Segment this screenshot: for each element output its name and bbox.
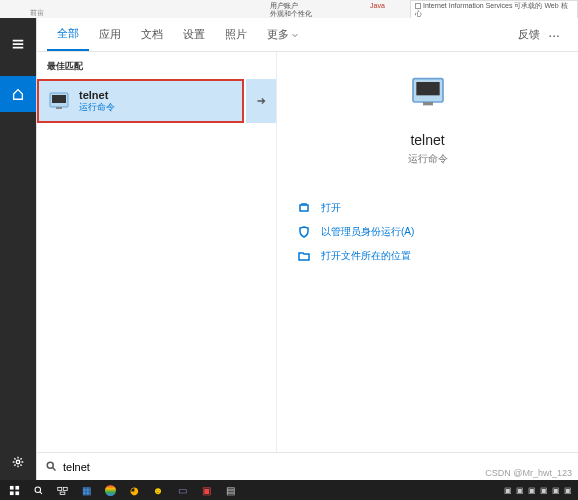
result-subtitle: 运行命令 [79, 101, 115, 114]
hamburger-icon[interactable] [0, 26, 36, 62]
preview-column: telnet 运行命令 打开 以管理员身份运行(A) 打开文件所在的位置 [277, 52, 578, 452]
svg-rect-2 [52, 95, 66, 103]
svg-rect-3 [56, 107, 62, 109]
folder-icon [297, 249, 311, 263]
svg-rect-11 [9, 491, 13, 495]
preview-block: telnet 运行命令 [287, 72, 568, 166]
svg-point-8 [47, 462, 53, 468]
svg-point-13 [35, 487, 41, 493]
actions-list: 打开 以管理员身份运行(A) 打开文件所在的位置 [287, 196, 568, 268]
tray-icon[interactable]: ▣ [552, 486, 560, 495]
preview-subtitle: 运行命令 [408, 152, 448, 166]
taskbar-app[interactable]: ▦ [74, 480, 98, 500]
taskbar-app[interactable]: ☻ [146, 480, 170, 500]
open-icon [297, 201, 311, 215]
preview-title: telnet [410, 132, 444, 148]
svg-rect-5 [416, 82, 439, 95]
tray-icon[interactable]: ▣ [540, 486, 548, 495]
console-icon [408, 72, 448, 112]
section-header: 最佳匹配 [37, 52, 276, 79]
tray-icon[interactable]: ▣ [516, 486, 524, 495]
search-panel: 全部 应用 文档 设置 照片 更多 反馈 ··· 最佳匹配 telnet [36, 18, 578, 480]
svg-rect-14 [57, 487, 61, 490]
start-sidebar [0, 18, 36, 480]
taskbar: ▦ ◕ ☻ ▭ ▣ ▤ ▣ ▣ ▣ ▣ ▣ ▣ [0, 480, 578, 500]
svg-rect-7 [300, 205, 308, 211]
svg-rect-6 [423, 102, 433, 105]
chevron-down-icon [291, 29, 299, 41]
tab-photos[interactable]: 照片 [215, 18, 257, 51]
result-title: telnet [79, 89, 115, 101]
system-tray[interactable]: ▣ ▣ ▣ ▣ ▣ ▣ [504, 486, 576, 495]
tab-docs[interactable]: 文档 [131, 18, 173, 51]
taskbar-app[interactable]: ▭ [170, 480, 194, 500]
search-icon [45, 458, 63, 476]
java-icon-label: Java [370, 2, 385, 9]
svg-rect-16 [60, 492, 65, 494]
svg-rect-12 [15, 491, 19, 495]
action-open[interactable]: 打开 [297, 196, 568, 220]
task-view-icon[interactable] [50, 480, 74, 500]
taskbar-app[interactable]: ▤ [218, 480, 242, 500]
action-run-admin[interactable]: 以管理员身份运行(A) [297, 220, 568, 244]
tray-icon[interactable]: ▣ [528, 486, 536, 495]
content-area: 最佳匹配 telnet 运行命令 [37, 52, 578, 452]
bg-text: 用户账户 外观和个性化 [270, 2, 312, 18]
tray-icon[interactable]: ▣ [504, 486, 512, 495]
shield-icon [297, 225, 311, 239]
expand-arrow[interactable] [246, 79, 276, 123]
taskbar-search-icon[interactable] [26, 480, 50, 500]
taskbar-app[interactable] [98, 480, 122, 500]
home-icon[interactable] [0, 76, 36, 112]
tab-all[interactable]: 全部 [47, 18, 89, 51]
start-button[interactable] [2, 480, 26, 500]
more-dots[interactable]: ··· [540, 27, 568, 43]
svg-point-0 [16, 460, 20, 464]
console-icon [47, 89, 71, 113]
gear-icon[interactable] [0, 444, 36, 480]
taskbar-app[interactable]: ◕ [122, 480, 146, 500]
action-open-location[interactable]: 打开文件所在的位置 [297, 244, 568, 268]
tab-more[interactable]: 更多 [257, 18, 309, 51]
taskbar-app[interactable]: ▣ [194, 480, 218, 500]
svg-rect-15 [63, 487, 67, 490]
tab-settings[interactable]: 设置 [173, 18, 215, 51]
bg-text: 前亩 [30, 8, 44, 18]
tab-apps[interactable]: 应用 [89, 18, 131, 51]
result-telnet[interactable]: telnet 运行命令 [37, 79, 244, 123]
svg-rect-10 [15, 485, 19, 489]
results-column: 最佳匹配 telnet 运行命令 [37, 52, 277, 452]
svg-rect-9 [9, 485, 13, 489]
background-desktop: 前亩 用户账户 外观和个性化 Java Internet Information… [0, 0, 578, 18]
feedback-link[interactable]: 反馈 [518, 27, 540, 42]
best-match-row: telnet 运行命令 [37, 79, 276, 123]
tray-icon[interactable]: ▣ [564, 486, 572, 495]
watermark: CSDN @Mr_hwt_123 [485, 468, 572, 478]
tabs-bar: 全部 应用 文档 设置 照片 更多 反馈 ··· [37, 18, 578, 52]
